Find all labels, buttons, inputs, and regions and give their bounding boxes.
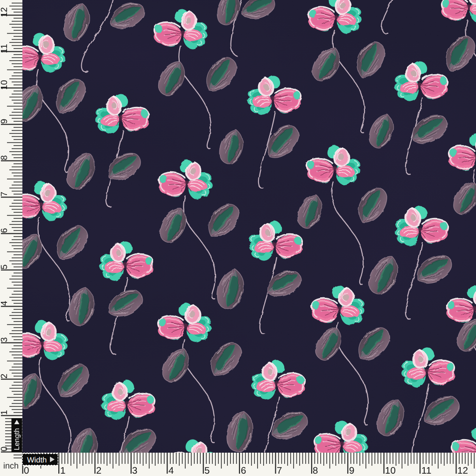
svg-text:3: 3 <box>132 465 137 476</box>
svg-text:10: 10 <box>0 80 9 90</box>
svg-text:7: 7 <box>0 192 9 197</box>
svg-text:0: 0 <box>0 447 9 452</box>
svg-text:11: 11 <box>421 465 431 476</box>
svg-text:9: 9 <box>0 119 9 124</box>
svg-text:5: 5 <box>0 265 9 270</box>
svg-text:inch: inch <box>3 461 19 470</box>
svg-text:10: 10 <box>385 465 396 476</box>
svg-text:8: 8 <box>313 465 318 476</box>
svg-text:4: 4 <box>0 301 9 306</box>
svg-text:6: 6 <box>0 228 9 233</box>
svg-text:7: 7 <box>277 465 282 476</box>
svg-text:1: 1 <box>0 410 9 415</box>
svg-text:Width: Width <box>27 456 47 464</box>
svg-text:3: 3 <box>0 337 9 343</box>
svg-text:12: 12 <box>457 465 468 476</box>
svg-text:12: 12 <box>0 7 9 17</box>
svg-text:1: 1 <box>60 465 65 476</box>
svg-text:4: 4 <box>168 465 174 476</box>
svg-text:2: 2 <box>96 465 101 476</box>
svg-text:2: 2 <box>0 374 9 379</box>
svg-text:11: 11 <box>0 44 9 53</box>
svg-text:9: 9 <box>349 465 354 476</box>
svg-text:6: 6 <box>241 465 246 476</box>
svg-text:0: 0 <box>24 465 29 476</box>
svg-text:5: 5 <box>204 465 210 476</box>
svg-text:Length: Length <box>13 428 21 450</box>
svg-text:8: 8 <box>0 155 9 161</box>
